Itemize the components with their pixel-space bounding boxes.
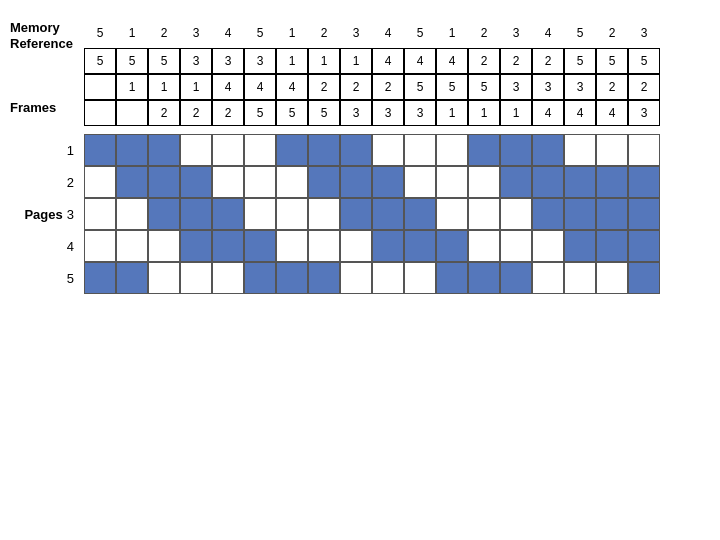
frame-cell: 2 xyxy=(308,74,340,100)
frame-cell: 2 xyxy=(532,48,564,74)
page-row-5 xyxy=(84,262,660,294)
page-cell xyxy=(628,262,660,294)
page-cell xyxy=(372,198,404,230)
page-cell xyxy=(596,262,628,294)
memory-reference-label: Memory Reference xyxy=(10,20,80,60)
frame-cell: 1 xyxy=(116,74,148,100)
page-cell xyxy=(244,262,276,294)
page-cell xyxy=(84,166,116,198)
page-cell xyxy=(116,230,148,262)
page-cell xyxy=(212,134,244,166)
page-cell xyxy=(564,262,596,294)
page-cell xyxy=(212,262,244,294)
page-cell xyxy=(84,262,116,294)
page-cell xyxy=(116,166,148,198)
page-cell xyxy=(628,230,660,262)
ref-cell: 1 xyxy=(116,20,148,46)
page-number-5: 5 xyxy=(10,262,80,294)
page-cell xyxy=(468,230,500,262)
frame-cell: 4 xyxy=(404,48,436,74)
page-cell xyxy=(308,198,340,230)
frame-row: 555333111444222555 xyxy=(84,48,660,74)
page-cell xyxy=(212,230,244,262)
page-cell xyxy=(404,166,436,198)
page-cell xyxy=(404,230,436,262)
frame-cell: 3 xyxy=(500,74,532,100)
page-cell xyxy=(340,230,372,262)
page-cell xyxy=(564,134,596,166)
page-cell xyxy=(308,134,340,166)
page-cell xyxy=(436,198,468,230)
page-cell xyxy=(148,134,180,166)
pages-label: Pages xyxy=(24,207,62,222)
frames-label: Frames xyxy=(10,100,80,115)
page-cell xyxy=(180,262,212,294)
ref-cell: 3 xyxy=(500,20,532,46)
page-cell xyxy=(148,166,180,198)
page-cell xyxy=(628,198,660,230)
page-cell xyxy=(468,166,500,198)
page-cell xyxy=(116,134,148,166)
page-cell xyxy=(596,198,628,230)
page-cell xyxy=(308,262,340,294)
page-cell xyxy=(436,262,468,294)
page-cell xyxy=(532,166,564,198)
frame-cell xyxy=(116,100,148,126)
page-cell xyxy=(308,230,340,262)
page-cell xyxy=(500,134,532,166)
frame-cell: 2 xyxy=(212,100,244,126)
page-cell xyxy=(468,134,500,166)
frame-cell: 5 xyxy=(84,48,116,74)
page-cell xyxy=(116,262,148,294)
page-cell xyxy=(436,166,468,198)
frame-cell: 4 xyxy=(596,100,628,126)
page-number-1: 1 xyxy=(10,134,80,166)
frame-cell: 2 xyxy=(372,74,404,100)
page-cell xyxy=(116,198,148,230)
frame-cell: 5 xyxy=(148,48,180,74)
page-cell xyxy=(308,166,340,198)
page-cell xyxy=(276,230,308,262)
ref-cell: 2 xyxy=(468,20,500,46)
page-row-4 xyxy=(84,230,660,262)
page-cell xyxy=(532,134,564,166)
page-cell xyxy=(404,198,436,230)
frame-cell: 1 xyxy=(276,48,308,74)
page-cell xyxy=(596,166,628,198)
frame-cell: 3 xyxy=(180,48,212,74)
frame-cell: 1 xyxy=(500,100,532,126)
page-cell xyxy=(532,230,564,262)
page-number-3: Pages3 xyxy=(10,198,80,230)
page-cell xyxy=(84,230,116,262)
frame-cell: 1 xyxy=(436,100,468,126)
page-cell xyxy=(404,262,436,294)
ref-cell: 5 xyxy=(84,20,116,46)
ref-cell: 4 xyxy=(532,20,564,46)
page-cell xyxy=(628,134,660,166)
ref-cell: 3 xyxy=(628,20,660,46)
page-cell xyxy=(500,262,532,294)
frame-cell: 3 xyxy=(372,100,404,126)
frame-cell: 2 xyxy=(180,100,212,126)
page-cell xyxy=(244,134,276,166)
ref-cell: 5 xyxy=(404,20,436,46)
frame-cell: 1 xyxy=(468,100,500,126)
frame-cell: 1 xyxy=(180,74,212,100)
page-cell xyxy=(468,262,500,294)
frame-cell: 5 xyxy=(468,74,500,100)
page-cell xyxy=(180,198,212,230)
page-cell xyxy=(212,166,244,198)
page-cell xyxy=(436,230,468,262)
page-cell xyxy=(276,262,308,294)
page-cell xyxy=(148,198,180,230)
frame-cell: 5 xyxy=(404,74,436,100)
page-cell xyxy=(500,198,532,230)
ref-cell: 4 xyxy=(372,20,404,46)
page-cell xyxy=(596,230,628,262)
frame-row: 2225553331114443 xyxy=(84,100,660,126)
page-cell xyxy=(244,198,276,230)
page-cell xyxy=(468,198,500,230)
frame-cell: 1 xyxy=(148,74,180,100)
frame-cell: 5 xyxy=(436,74,468,100)
frame-cell xyxy=(84,74,116,100)
